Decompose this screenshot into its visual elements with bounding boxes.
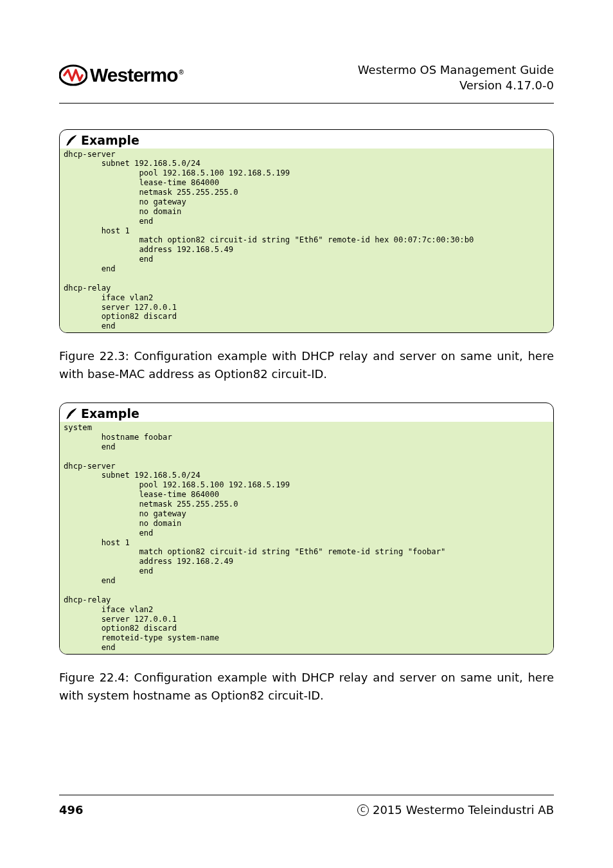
- example-box-2: Example system hostname foobar end dhcp-…: [59, 402, 554, 655]
- copyright-year: 2015: [373, 803, 402, 817]
- doc-title: Westermo OS Management Guide: [358, 62, 554, 78]
- quill-icon: [65, 133, 79, 147]
- figure-caption-2: Figure 22.4: Configuration example with …: [59, 669, 554, 705]
- code-block: system hostname foobar end dhcp-server s…: [60, 422, 553, 654]
- logo-text: Westermo®: [90, 64, 183, 86]
- code-block: dhcp-server subnet 192.168.5.0/24 pool 1…: [60, 149, 553, 333]
- example-heading: Example: [60, 403, 553, 422]
- quill-icon: [65, 406, 79, 420]
- header-title: Westermo OS Management Guide Version 4.1…: [358, 61, 554, 94]
- example-heading: Example: [60, 130, 553, 149]
- example-label: Example: [81, 406, 139, 420]
- copyright-holder: Westermo Teleindustri AB: [406, 803, 554, 817]
- page-number: 496: [59, 803, 84, 817]
- copyright: C 2015 Westermo Teleindustri AB: [357, 803, 554, 817]
- doc-version: Version 4.17.0-0: [358, 78, 554, 93]
- page-footer: 496 C 2015 Westermo Teleindustri AB: [59, 795, 554, 817]
- example-label: Example: [81, 133, 139, 147]
- example-box-1: Example dhcp-server subnet 192.168.5.0/2…: [59, 129, 554, 334]
- copyright-icon: C: [357, 804, 369, 816]
- figure-caption-1: Figure 22.3: Configuration example with …: [59, 347, 554, 383]
- logo-mark-icon: [59, 61, 87, 89]
- logo: Westermo®: [59, 61, 183, 89]
- page-header: Westermo® Westermo OS Management Guide V…: [59, 61, 554, 104]
